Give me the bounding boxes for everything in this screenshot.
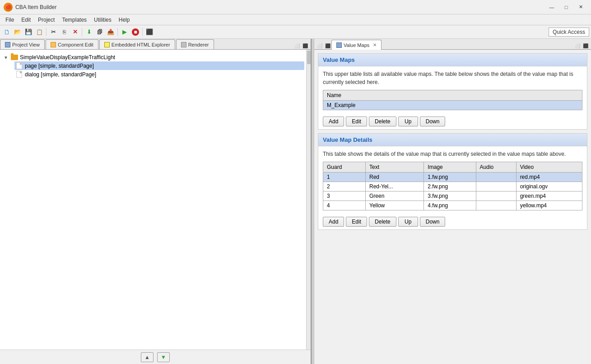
col-header-text: Text — [366, 162, 424, 173]
value-map-name-cell: M_Example — [323, 101, 582, 110]
tree-view: ▼ SimpleValueDisplayExampleTrafficLight … — [0, 50, 306, 350]
toolbar-import[interactable]: ⬇ — [84, 27, 94, 37]
menu-item-edit[interactable]: Edit — [18, 16, 34, 24]
toolbar-stop[interactable]: ■ — [130, 27, 140, 37]
detail-cell-text-2: Green — [366, 191, 424, 201]
tab-html-explorer[interactable]: Embedded HTML Explorer — [99, 39, 175, 49]
left-tab-bar: Project View Component Edit Embedded HTM… — [0, 39, 311, 50]
tree-up-btn[interactable]: ▲ — [141, 352, 154, 362]
btn-add-map[interactable]: Add — [323, 117, 344, 126]
right-panel-ctrl1[interactable]: ⬜ — [574, 42, 581, 49]
detail-cell-audio-3 — [476, 201, 516, 210]
tab-component-edit[interactable]: Component Edit — [46, 39, 98, 49]
tab-close-icon[interactable]: ✕ — [373, 42, 377, 47]
detail-cell-image-0: 1.fw.png — [424, 173, 476, 182]
detail-cell-guard-1: 2 — [323, 182, 366, 191]
detail-cell-text-0: Red — [366, 173, 424, 182]
menu-item-help[interactable]: Help — [115, 16, 134, 24]
menu-item-file[interactable]: File — [2, 16, 18, 24]
col-header-audio: Audio — [476, 162, 516, 173]
detail-cell-guard-2: 3 — [323, 191, 366, 201]
table-row[interactable]: 2Red-Yel...2.fw.pngoriginal.ogv — [323, 182, 582, 191]
toolbar-copy[interactable]: ⎘ — [59, 27, 69, 37]
detail-cell-video-2: green.mp4 — [516, 191, 582, 201]
btn-down-detail[interactable]: Down — [420, 217, 446, 227]
toolbar-export[interactable]: 📤 — [106, 27, 116, 37]
table-row[interactable]: 4Yellow4.fw.pngyellow.mp4 — [323, 201, 582, 210]
btn-up-detail[interactable]: Up — [398, 217, 418, 227]
tree-root[interactable]: ▼ SimpleValueDisplayExampleTrafficLight — [2, 53, 304, 61]
toolbar-sep2 — [82, 28, 82, 36]
tab-icon-component — [51, 42, 56, 47]
right-panel-max[interactable]: ⬛ — [324, 42, 331, 49]
menu-item-templates[interactable]: Templates — [58, 16, 90, 24]
up-arrow-icon: ▲ — [144, 354, 150, 360]
toolbar-saveas[interactable]: 📋 — [34, 27, 44, 37]
col-header-video: Video — [516, 162, 582, 173]
tab-icon-valuemaps — [336, 42, 342, 48]
right-tab-bar: ⬜ ⬛ Value Maps ✕ ⬜ ⬛ — [314, 39, 591, 50]
value-map-details-description: This table shows the details of the valu… — [318, 146, 587, 162]
detail-cell-image-3: 4.fw.png — [424, 201, 476, 210]
toolbar-open[interactable]: 📂 — [13, 27, 23, 37]
right-panel-ctrl2[interactable]: ⬛ — [582, 42, 589, 49]
close-button[interactable]: ✕ — [574, 3, 587, 12]
toolbar-run[interactable]: ▶ — [120, 27, 130, 37]
maximize-button[interactable]: □ — [559, 3, 573, 12]
toolbar-delete[interactable]: ✕ — [70, 27, 80, 37]
toolbar-publish[interactable]: ⬛ — [144, 27, 154, 37]
quick-access-button[interactable]: Quick Access — [549, 28, 589, 37]
table-row[interactable]: M_Example — [323, 101, 582, 110]
tab-project-view[interactable]: Project View — [0, 39, 45, 49]
tab-label-component: Component Edit — [58, 42, 93, 47]
table-row[interactable]: 3Green3.fw.pnggreen.mp4 — [323, 191, 582, 201]
detail-cell-audio-2 — [476, 191, 516, 201]
tree-bottom: ▲ ▼ — [0, 350, 311, 364]
toolbar-save[interactable]: 💾 — [23, 27, 33, 37]
btn-edit-map[interactable]: Edit — [346, 117, 367, 126]
toolbar-cut[interactable]: ✂ — [48, 27, 58, 37]
tab-minimize-left[interactable]: ⬜ — [293, 42, 301, 49]
detail-cell-image-1: 2.fw.png — [424, 182, 476, 191]
expand-icon-root: ▼ — [4, 55, 9, 60]
toolbar-sep4 — [142, 28, 143, 36]
col-header-image: Image — [424, 162, 476, 173]
btn-delete-map[interactable]: Delete — [369, 117, 396, 126]
btn-edit-detail[interactable]: Edit — [346, 217, 367, 227]
tab-renderer[interactable]: Renderer — [176, 39, 214, 49]
app-icon: 🔴 — [4, 3, 13, 12]
minimize-button[interactable]: — — [545, 3, 558, 12]
btn-delete-detail[interactable]: Delete — [369, 217, 396, 227]
tree-down-btn[interactable]: ▼ — [157, 352, 170, 362]
page-icon-1 — [16, 62, 22, 69]
btn-up-map[interactable]: Up — [398, 117, 418, 126]
tab-value-maps[interactable]: Value Maps ✕ — [331, 40, 382, 50]
main-content: Project View Component Edit Embedded HTM… — [0, 39, 591, 364]
table-row[interactable]: 1Red1.fw.pngred.mp4 — [323, 173, 582, 182]
value-maps-description: This upper table lists all available val… — [318, 66, 587, 90]
menu-item-project[interactable]: Project — [34, 16, 58, 24]
tab-label-valuemaps: Value Maps — [344, 42, 369, 48]
page-icon-2 — [16, 71, 22, 78]
value-map-details-buttons: Add Edit Delete Up Down — [318, 214, 587, 229]
tab-maximize-left[interactable]: ⬛ — [302, 42, 309, 49]
detail-cell-guard-3: 4 — [323, 201, 366, 210]
tree-item-page[interactable]: page [simple, standardPage] — [14, 61, 304, 70]
right-panel-min[interactable]: ⬜ — [316, 42, 323, 49]
menu-item-utilities[interactable]: Utilities — [90, 16, 115, 24]
tab-icon-html — [104, 42, 110, 47]
value-maps-buttons: Add Edit Delete Up Down — [318, 114, 587, 129]
tree-item-dialog[interactable]: dialog [simple, standardPage] — [14, 70, 304, 79]
value-map-details-section: Value Map Details This table shows the d… — [318, 133, 587, 230]
btn-add-detail[interactable]: Add — [323, 217, 344, 227]
tab-icon-renderer — [181, 42, 186, 47]
toolbar-new2[interactable]: 🗐 — [95, 27, 105, 37]
detail-cell-text-3: Yellow — [366, 201, 424, 210]
tab-label-renderer: Renderer — [188, 42, 209, 47]
tree-scroll[interactable] — [306, 50, 311, 350]
value-maps-section: Value Maps This upper table lists all av… — [318, 53, 587, 130]
btn-down-map[interactable]: Down — [420, 117, 446, 126]
detail-cell-image-2: 3.fw.png — [424, 191, 476, 201]
toolbar: 🗋 📂 💾 📋 ✂ ⎘ ✕ ⬇ 🗐 📤 ▶ ■ ⬛ Quick Access — [0, 25, 591, 39]
toolbar-new[interactable]: 🗋 — [2, 27, 12, 37]
